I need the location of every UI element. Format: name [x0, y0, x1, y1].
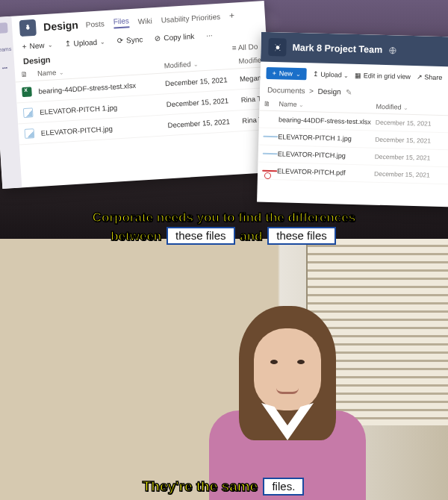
site-avatar-icon [268, 38, 287, 57]
teams-rail-label: Teams [0, 46, 11, 52]
site-title: Mark 8 Project Team [292, 43, 382, 55]
file-name: bearing-44DDF-stress-test.xlsx [279, 116, 376, 125]
caption-and: and [240, 229, 262, 243]
xlsx-file-icon [22, 87, 32, 97]
tab-files[interactable]: Files [113, 16, 129, 28]
sp-upload-button[interactable]: ↥ Upload ⌄ [313, 70, 349, 78]
file-name: ELEVATOR-PITCH.jpg [41, 121, 168, 137]
file-type-icon: 🗎 [21, 69, 38, 78]
breadcrumb-root[interactable]: Documents [267, 86, 305, 95]
file-name: ELEVATOR-PITCH.pdf [277, 167, 374, 177]
tab-posts[interactable]: Posts [85, 19, 105, 29]
chip-these-files-right: these files [267, 227, 336, 245]
file-modified: December 15, 2021 [375, 136, 442, 145]
new-button[interactable]: + New ⌄ [22, 40, 52, 50]
sharepoint-library-panel: Mark 8 Project Team + New ⌄ ↥ Upload ⌄ ▦… [257, 32, 448, 207]
channel-title: Design [43, 19, 79, 33]
chip-files: files. [263, 478, 304, 496]
sync-button[interactable]: ⟳ Sync [117, 35, 143, 45]
pdf-file-icon [262, 170, 277, 172]
file-modified: December 15, 2021 [376, 119, 443, 128]
team-avatar-icon [19, 19, 37, 37]
file-name: ELEVATOR-PITCH.jpg [278, 150, 375, 160]
file-modified: December 15, 2021 [165, 75, 240, 87]
teams-files-panel: Teams ••• Design Posts Files Wiki Usabil… [0, 1, 275, 189]
chip-these-files-left: these files [167, 227, 235, 245]
sp-col-modified[interactable]: Modified⌄ [376, 103, 443, 112]
file-name: bearing-44DDF-stress-test.xlsx [38, 79, 165, 95]
caption-bottom: They're the same files. [0, 478, 448, 496]
file-modified: December 15, 2021 [375, 153, 442, 162]
sp-col-name[interactable]: Name⌄ [279, 100, 376, 110]
tab-usability[interactable]: Usability Priorities [161, 12, 220, 24]
col-modified[interactable]: Modified⌄ [164, 57, 238, 69]
sp-new-button[interactable]: + New ⌄ [266, 67, 307, 80]
caption-top: Corporate needs you to find the differen… [0, 210, 448, 245]
public-group-icon [388, 46, 396, 54]
person-pam [202, 306, 358, 500]
upload-button[interactable]: ↥ Upload ⌄ [64, 37, 105, 48]
more-commands[interactable]: ··· [206, 31, 213, 39]
section-title: Design [23, 55, 51, 66]
breadcrumb-current: Design [317, 87, 340, 96]
meme-bottom-frame [0, 239, 448, 500]
jpg-file-icon [263, 153, 278, 155]
file-name: ELEVATOR-PITCH 1.jpg [278, 133, 375, 143]
file-modified: December 15, 2021 [374, 170, 441, 179]
file-modified: December 15, 2021 [167, 116, 242, 129]
add-tab-icon[interactable]: + [229, 10, 235, 21]
jpg-file-icon [263, 136, 278, 138]
sp-grid-button[interactable]: ▦ Edit in grid view [355, 72, 411, 81]
teams-rail-icon[interactable] [0, 22, 8, 34]
jpg-file-icon [25, 128, 35, 139]
edit-icon[interactable]: ✎ [346, 88, 352, 96]
caption-between: between [111, 229, 161, 243]
svg-point-1 [276, 46, 279, 49]
file-type-icon: 🗎 [264, 100, 279, 108]
jpg-file-icon [23, 107, 34, 118]
caption-line1: Corporate needs you to find the differen… [93, 210, 355, 225]
view-toggle[interactable]: ≡ All Do [231, 43, 258, 53]
xlsx-file-icon [264, 119, 279, 120]
caption-same: They're the same [143, 478, 258, 494]
tab-wiki[interactable]: Wiki [137, 16, 152, 25]
sp-share-button[interactable]: ↗ Share [417, 73, 443, 81]
file-modified: December 15, 2021 [167, 96, 241, 108]
file-name: ELEVATOR-PITCH 1.jpg [40, 100, 167, 116]
more-icon[interactable]: ••• [2, 65, 8, 70]
copy-link-button[interactable]: ⊘ Copy link [155, 32, 195, 43]
